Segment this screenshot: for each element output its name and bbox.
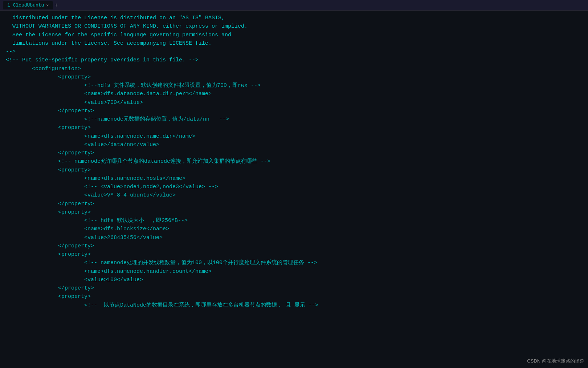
terminal-line: <!--hdfs 文件系统，默认创建的文件权限设置，值为700，即rwx -->	[6, 81, 582, 90]
terminal-line: <property>	[6, 166, 582, 174]
terminal-line: distributed under the License is distrib…	[6, 14, 582, 22]
terminal-line: </property>	[6, 242, 582, 250]
terminal-line: </property>	[6, 149, 582, 157]
terminal-line: <property>	[6, 124, 582, 132]
terminal-line: <name>dfs.namenode.name.dir</name>	[6, 132, 582, 141]
terminal-line: <name>dfs.datanode.data.dir.perm</name>	[6, 90, 582, 98]
terminal-line: <!-- hdfs 默认块大小 ，即256MB-->	[6, 217, 582, 225]
terminal-line: <configuration>	[6, 65, 582, 73]
terminal-line: <!-- 以节点DataNode的数据目录在系统，即哪里存放在多台机器节点的数据…	[6, 301, 582, 310]
terminal-line: <!-- namenode处理的并发线程数量，值为100，以100个并行度处理文…	[6, 259, 582, 267]
terminal-line: WITHOUT WARRANTIES OR CONDITIONS OF ANY …	[6, 22, 582, 31]
terminal-line: <value>268435456</value>	[6, 234, 582, 242]
terminal-line: limitations under the License. See accom…	[6, 39, 582, 48]
terminal-line: See the License for the specific languag…	[6, 31, 582, 39]
terminal-line: <name>dfs.namenode.handler.count</name>	[6, 267, 582, 276]
tab-label: 1 CloudUbuntu	[7, 3, 44, 8]
terminal-line: <value>/data/nn</value>	[6, 141, 582, 149]
watermark: CSDN @在地球迷路的怪兽	[527, 358, 584, 364]
terminal-line: </property>	[6, 107, 582, 115]
terminal-line: </property>	[6, 284, 582, 292]
tab-add-button[interactable]: +	[54, 2, 58, 9]
terminal-line: <property>	[6, 292, 582, 301]
terminal-line: <value>700</value>	[6, 98, 582, 107]
terminal-line: <!-- Put site-specific property override…	[6, 56, 582, 64]
terminal-line: <value>100</value>	[6, 276, 582, 284]
terminal-line: <property>	[6, 250, 582, 259]
terminal-line: <!-- namenode允许哪几个节点的datanode连接，即允许加入集群的…	[6, 157, 582, 166]
terminal-line: -->	[6, 48, 582, 56]
terminal-content: distributed under the License is distrib…	[0, 11, 588, 368]
terminal-tab[interactable]: 1 CloudUbuntu ✕	[3, 1, 53, 9]
terminal-line: </property>	[6, 200, 582, 208]
terminal-line: <name>dfs.blocksize</name>	[6, 225, 582, 233]
tab-close-button[interactable]: ✕	[46, 3, 49, 8]
terminal-line: <!--namenode元数据的存储位置，值为/data/nn -->	[6, 115, 582, 124]
terminal-line: <property>	[6, 73, 582, 81]
title-bar: 1 CloudUbuntu ✕ +	[0, 0, 588, 11]
terminal-line: <value>VM-8-4-ubuntu</value>	[6, 191, 582, 199]
terminal-line: <name>dfs.namenode.hosts</name>	[6, 174, 582, 183]
terminal-line: <property>	[6, 208, 582, 217]
terminal-line: <!-- <value>node1,node2,node3</value> --…	[6, 183, 582, 191]
